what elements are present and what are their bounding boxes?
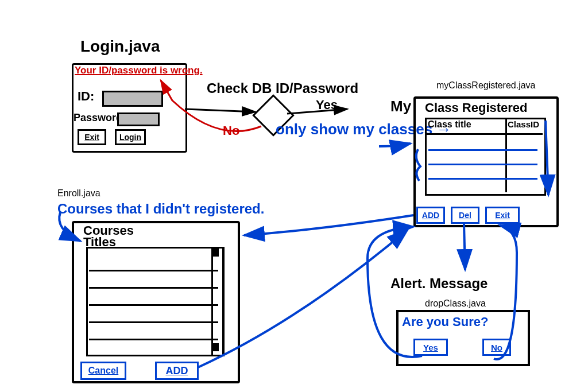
enroll-row xyxy=(89,304,218,306)
login-submit-button[interactable]: Login xyxy=(115,129,146,145)
registered-col-divider xyxy=(505,118,507,192)
registered-header-divider xyxy=(425,133,543,135)
drop-yes-button[interactable]: Yes xyxy=(413,339,448,356)
id-input[interactable] xyxy=(102,91,163,107)
decision-yes-label: Yes xyxy=(316,98,338,112)
my-label: My xyxy=(390,98,411,115)
drop-no-button[interactable]: No xyxy=(482,339,511,356)
login-error-text: Your ID/password is wrong. xyxy=(75,65,207,76)
enroll-cancel-button[interactable]: Cancel xyxy=(80,362,126,380)
alert-message-label: Alert. Message xyxy=(390,275,488,292)
enroll-row xyxy=(89,321,218,323)
registered-del-button[interactable]: Del xyxy=(451,207,479,224)
enroll-add-button[interactable]: ADD xyxy=(155,362,199,380)
registered-row xyxy=(428,178,537,180)
registered-row xyxy=(428,164,537,165)
decision-no-label: No xyxy=(223,123,239,138)
scroll-down-icon[interactable] xyxy=(213,343,219,351)
password-input[interactable] xyxy=(117,112,160,126)
drop-question: Are you Sure? xyxy=(402,315,488,329)
registered-th-id: ClassID xyxy=(508,119,539,129)
enroll-file-label: Enroll.java xyxy=(57,188,100,199)
id-label: ID: xyxy=(78,89,94,104)
enroll-header: Courses Titles xyxy=(83,225,134,248)
drop-file-label: dropClass.java xyxy=(425,298,486,309)
registered-row xyxy=(428,149,537,151)
enroll-annotation: Courses that I didn't registered. xyxy=(57,201,264,217)
registered-header: Class Registered xyxy=(425,100,528,115)
enroll-row xyxy=(89,270,218,271)
login-exit-button[interactable]: Exit xyxy=(78,129,106,145)
decision-label: Check DB ID/Password xyxy=(207,80,358,96)
login-file-label: Login.java xyxy=(80,37,160,56)
enroll-row xyxy=(89,287,218,289)
enroll-row xyxy=(89,339,218,340)
registered-th-title: Class title xyxy=(428,119,471,130)
scroll-up-icon[interactable] xyxy=(213,249,219,257)
registered-exit-button[interactable]: Exit xyxy=(485,207,520,224)
registered-add-button[interactable]: ADD xyxy=(416,207,445,224)
registered-file-label: myClassRegistered.java xyxy=(436,80,536,91)
